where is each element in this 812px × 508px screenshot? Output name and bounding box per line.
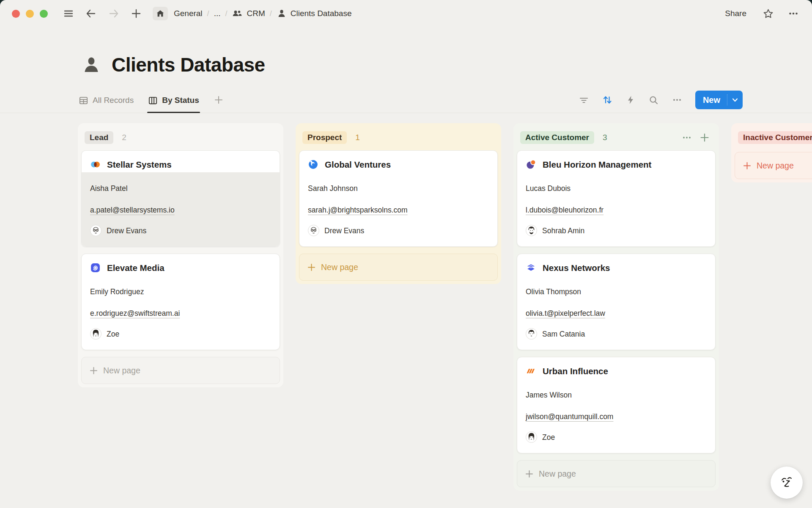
breadcrumb-ellipsis[interactable]: ... [214, 9, 221, 18]
column-active-customer: Active Customer 3 [513, 123, 719, 491]
avatar-sohrab-amin [526, 225, 537, 236]
window-more-button[interactable] [787, 8, 799, 19]
column-add-card-button[interactable] [700, 133, 710, 143]
back-button[interactable] [85, 8, 97, 19]
bleu-horizon-logo-icon [526, 159, 536, 170]
search-button[interactable] [648, 95, 659, 105]
lightning-icon [625, 95, 636, 105]
tab-by-status[interactable]: By Status [148, 95, 199, 113]
avatar-drew-evans [90, 225, 102, 236]
owner-row: Drew Evans [308, 225, 489, 236]
contact-email[interactable]: a.patel@stellarsystems.io [90, 205, 271, 215]
column-prospect-header: Prospect 1 [299, 127, 498, 150]
new-page-button-inactive-customer[interactable]: New page [735, 152, 812, 179]
card-nexus-networks[interactable]: Nexus Networks Olivia Thompson olivia.t@… [517, 254, 716, 350]
new-page-button-lead[interactable]: New page [81, 357, 280, 384]
sidebar-menu-button[interactable] [63, 8, 74, 19]
column-more-button[interactable] [682, 133, 692, 143]
filter-icon [579, 95, 589, 105]
new-page-button-active-customer[interactable]: New page [517, 460, 716, 487]
plus-icon [700, 133, 710, 143]
hamburger-icon [63, 8, 74, 19]
close-window-button[interactable] [12, 10, 20, 18]
ellipsis-icon [787, 8, 799, 19]
owner-name: Drew Evans [324, 226, 364, 236]
card-urban-influence[interactable]: Urban Influence James Wilson jwilson@qua… [517, 357, 716, 453]
home-button[interactable] [153, 7, 168, 20]
sort-button[interactable] [602, 94, 613, 105]
new-page-button-prospect[interactable]: New page [299, 254, 498, 281]
breadcrumb-separator: / [270, 9, 272, 18]
page-header: Clients Database [0, 53, 812, 76]
filter-button[interactable] [579, 95, 589, 105]
avatar-zoe [526, 431, 537, 443]
contact-email[interactable]: olivia.t@pixelperfect.law [526, 308, 707, 318]
column-actions [682, 133, 712, 143]
card-elevate-media[interactable]: Elevate Media Emily Rodriguez e.rodrigue… [81, 254, 280, 350]
urban-influence-logo-icon [526, 366, 536, 376]
nav-controls [63, 7, 168, 20]
tab-all-records[interactable]: All Records [79, 95, 134, 113]
stellar-systems-logo-icon [90, 159, 101, 170]
plus-icon [214, 95, 224, 105]
avatar-zoe [90, 328, 102, 340]
notion-ai-face-button[interactable] [771, 467, 803, 499]
favorite-button[interactable] [763, 8, 774, 19]
status-pill-lead[interactable]: Lead [85, 131, 113, 144]
new-tab-button[interactable] [131, 8, 142, 19]
star-icon [763, 8, 774, 19]
owner-name: Drew Evans [107, 226, 146, 236]
plus-icon [525, 469, 534, 478]
card-stellar-systems[interactable]: Stellar Systems Aisha Patel a.patel@stel… [81, 150, 280, 247]
view-options-button[interactable] [672, 94, 683, 105]
plus-icon [743, 161, 752, 170]
card-bleu-horizon-management[interactable]: Bleu Horizon Management Lucas Dubois l.d… [517, 150, 716, 247]
contact-email[interactable]: jwilson@quantumquill.com [526, 411, 707, 422]
contact-name: Emily Rodriguez [90, 287, 271, 297]
contact-email[interactable]: l.dubois@bleuhorizon.fr [526, 205, 707, 215]
plus-icon [307, 263, 316, 272]
column-prospect-count: 1 [355, 133, 360, 142]
view-toolbar: New [579, 91, 743, 113]
zoom-window-button[interactable] [40, 10, 48, 18]
owner-row: Drew Evans [90, 225, 271, 236]
owner-name: Sam Catania [542, 329, 585, 339]
share-button[interactable]: Share [722, 8, 749, 19]
avatar-drew-evans [308, 225, 319, 236]
forward-button[interactable] [108, 8, 120, 19]
company-name: Bleu Horizon Management [543, 160, 651, 170]
automation-button[interactable] [625, 95, 636, 105]
new-record-dropdown-button[interactable] [727, 96, 743, 104]
card-global-ventures[interactable]: Global Ventures Sarah Johnson sarah.j@br… [299, 150, 498, 247]
global-ventures-logo-icon [308, 159, 318, 170]
kanban-board: Lead 2 Stellar Systems Aisha Patel [0, 123, 812, 508]
new-record-button[interactable]: New [695, 95, 727, 105]
plus-icon [89, 366, 98, 375]
owner-name: Zoe [542, 432, 555, 442]
topbar-actions: Share [722, 8, 799, 19]
contact-name: Lucas Dubois [526, 183, 707, 193]
breadcrumb-separator: / [207, 9, 209, 18]
contact-email[interactable]: sarah.j@brightsparksolns.com [308, 205, 489, 215]
owner-name: Zoe [107, 329, 119, 339]
company-name: Urban Influence [543, 366, 608, 376]
contact-email[interactable]: e.rodriguez@swiftstream.ai [90, 308, 271, 318]
breadcrumb-item-clients-database[interactable]: Clients Database [277, 8, 352, 19]
company-name: Stellar Systems [107, 160, 172, 170]
breadcrumb-item-general[interactable]: General [174, 9, 203, 18]
status-pill-prospect[interactable]: Prospect [302, 131, 347, 144]
status-pill-inactive-customer[interactable]: Inactive Customer [738, 131, 812, 144]
breadcrumb-item-crm[interactable]: CRM [232, 8, 265, 19]
owner-name: Sohrab Amin [542, 226, 584, 236]
minimize-window-button[interactable] [26, 10, 34, 18]
company-name: Global Ventures [325, 160, 391, 170]
ellipsis-icon [672, 94, 683, 105]
sort-arrows-icon [602, 94, 613, 105]
add-view-button[interactable] [214, 95, 224, 113]
column-active-customer-header: Active Customer 3 [517, 127, 716, 150]
column-inactive-customer: Inactive Customer New page [731, 123, 812, 182]
arrow-left-icon [85, 8, 97, 19]
status-pill-active-customer[interactable]: Active Customer [520, 131, 594, 144]
company-name: Nexus Networks [543, 263, 610, 273]
home-icon [156, 9, 165, 18]
